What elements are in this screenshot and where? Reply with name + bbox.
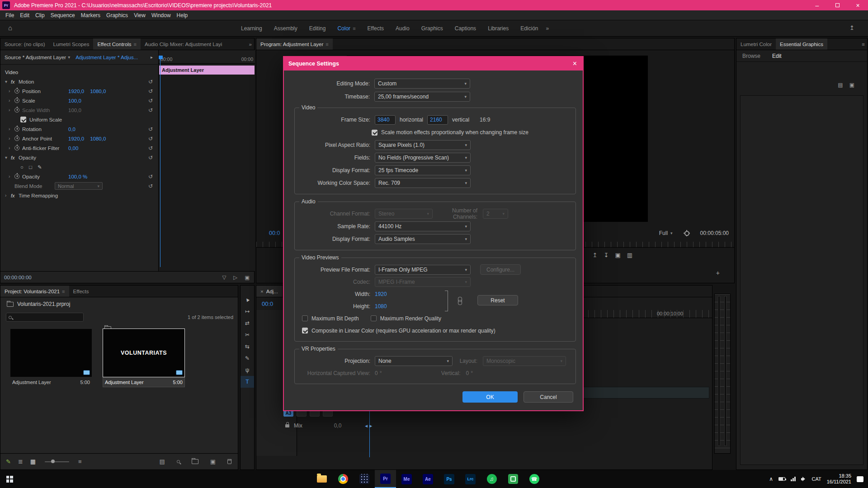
track-select-tool[interactable]: ↦	[241, 305, 254, 317]
minimize-button[interactable]: –	[807, 0, 827, 10]
notifications-icon[interactable]	[857, 476, 863, 482]
menu-view[interactable]: View	[134, 12, 146, 19]
workspace-libraries[interactable]: Libraries	[482, 20, 514, 37]
pen-tool[interactable]: ✎	[241, 352, 254, 364]
timebase-dropdown[interactable]: 25,00 frames/second ▾	[374, 92, 470, 102]
taskbar-file-explorer[interactable]	[311, 470, 332, 488]
chevron-right-icon[interactable]: ▸	[151, 55, 153, 60]
expand-icon[interactable]: ›	[9, 174, 14, 179]
taskbar-app-dark[interactable]	[354, 470, 375, 488]
panel-menu-icon[interactable]: ≡	[62, 289, 65, 294]
workspace-editing[interactable]: Editing	[303, 20, 332, 37]
workspace-captions[interactable]: Captions	[449, 20, 482, 37]
comparison-view-icon[interactable]: ▥	[627, 252, 632, 258]
mix-level-value[interactable]: 0,0	[334, 422, 342, 429]
icon-view-icon[interactable]: ▦	[30, 458, 36, 465]
reset-effect-icon[interactable]: ↺	[148, 79, 153, 85]
taskbar-premiere-pro[interactable]: Pr	[375, 470, 396, 488]
chevron-down-icon[interactable]: ▾	[68, 55, 70, 60]
pen-mask-icon[interactable]: ✎	[38, 164, 42, 170]
prev-keyframe-icon[interactable]: ◄	[364, 423, 368, 428]
taskbar-chrome[interactable]	[332, 470, 354, 488]
position-x-value[interactable]: 1920,0	[68, 89, 84, 94]
workspace-learning[interactable]: Learning	[235, 20, 268, 37]
opacity-value[interactable]: 100,0 %	[68, 174, 87, 179]
taskbar-media-encoder[interactable]: Me	[396, 470, 417, 488]
frame-height-input[interactable]	[427, 115, 448, 125]
workspace-assembly[interactable]: Assembly	[268, 20, 303, 37]
sequence-clip-link[interactable]: Adjustment Layer * Adjus...	[75, 55, 138, 60]
ok-button[interactable]: OK	[462, 391, 518, 403]
menu-markers[interactable]: Markers	[81, 12, 100, 19]
program-playhead-timecode[interactable]: 00:0	[269, 230, 280, 236]
anti-flicker-value[interactable]: 0,00	[68, 145, 78, 151]
menu-clip[interactable]: Clip	[35, 12, 45, 19]
timeline-playhead-timecode[interactable]: 00:0	[262, 300, 273, 307]
stopwatch-icon[interactable]	[14, 174, 19, 179]
tab-lumetri-scopes[interactable]: Lumetri Scopes	[49, 38, 93, 50]
project-search-box[interactable]	[6, 313, 84, 322]
extract-icon[interactable]: ↧	[604, 252, 609, 258]
export-frame-icon[interactable]: ▣	[615, 252, 620, 258]
preview-format-dropdown[interactable]: I-Frame Only MPEG ▾	[375, 265, 471, 275]
razor-tool[interactable]: ✂	[241, 329, 254, 341]
taskbar-whatsapp[interactable]: ☎	[524, 470, 545, 488]
position-y-value[interactable]: 1080,0	[90, 89, 106, 94]
edit-original-icon[interactable]: ✎	[6, 458, 11, 465]
project-item-selected[interactable]: VOLUNTARIATS Adjustment Layer 5:00	[103, 329, 184, 387]
program-zoom-select[interactable]: Full ▾	[659, 230, 673, 236]
selection-tool[interactable]: ▲	[241, 294, 254, 305]
workspace-graphics[interactable]: Graphics	[415, 20, 449, 37]
playhead-handle[interactable]	[159, 56, 163, 59]
panel-menu-icon[interactable]: ≡	[326, 42, 328, 47]
workspace-color[interactable]: Color≡	[331, 20, 361, 37]
rect-mask-icon[interactable]: □	[29, 164, 32, 170]
sample-rate-dropdown[interactable]: 44100 Hz ▾	[375, 221, 471, 231]
tab-program-monitor[interactable]: Program: Adjustment Layer≡	[256, 38, 333, 50]
reset-param-icon[interactable]: ↺	[148, 136, 153, 142]
workspace-edicion[interactable]: Edición	[514, 20, 544, 37]
ec-effect-time-remapping[interactable]: › fx Time Remapping	[0, 191, 158, 200]
reset-param-icon[interactable]: ↺	[148, 145, 153, 151]
tab-audio-clip-mixer[interactable]: Audio Clip Mixer: Adjustment Layi	[141, 38, 226, 50]
stopwatch-icon[interactable]	[14, 136, 19, 141]
battery-icon[interactable]	[778, 477, 785, 481]
settings-wrench-icon[interactable]	[684, 231, 689, 236]
subtab-browse[interactable]: Browse	[742, 53, 760, 59]
expand-icon[interactable]: ›	[9, 145, 14, 150]
panel-menu-icon[interactable]: ≡	[134, 42, 137, 47]
playhead-line[interactable]	[160, 59, 160, 267]
item-thumbnail[interactable]: VOLUNTARIATS	[103, 329, 184, 377]
menu-help[interactable]: Help	[177, 12, 188, 19]
lock-icon[interactable]	[285, 424, 289, 427]
reset-effect-icon[interactable]: ↺	[148, 155, 153, 161]
display-format-dropdown[interactable]: 25 fps Timecode ▾	[375, 165, 471, 175]
tab-lumetri-color[interactable]: Lumetri Color	[736, 38, 776, 50]
ec-effect-opacity[interactable]: ▾ fx Opacity ↺	[0, 153, 158, 162]
taskbar-clock[interactable]: 18:35 16/11/2021	[827, 473, 851, 485]
item-thumbnail[interactable]	[10, 329, 92, 377]
item-name[interactable]: Adjustment Layer	[105, 380, 144, 385]
scale-motion-checkbox[interactable]	[372, 130, 377, 136]
anchor-y-value[interactable]: 1080,0	[90, 136, 106, 141]
adjustment-layer-clip[interactable]: Adjustment Layer	[159, 66, 255, 75]
audio-display-format-dropdown[interactable]: Audio Samples ▾	[375, 234, 471, 244]
ripple-edit-tool[interactable]: ⇄	[241, 317, 254, 329]
tab-project[interactable]: Project: Voluntaris-2021≡	[0, 286, 69, 297]
volume-icon[interactable]	[801, 476, 807, 482]
expand-icon[interactable]: ›	[9, 98, 14, 103]
workspace-menu-icon[interactable]: ≡	[353, 26, 355, 31]
item-name[interactable]: Adjustment Layer	[12, 380, 51, 385]
link-dimensions-icon[interactable]	[458, 297, 462, 305]
taskbar-lightroom-classic[interactable]: Lrc	[460, 470, 481, 488]
pixel-aspect-dropdown[interactable]: Square Pixels (1.0) ▾	[375, 140, 471, 150]
source-clip-selector[interactable]: Source * Adjustment Layer	[5, 55, 66, 60]
reset-button[interactable]: Reset	[477, 295, 518, 305]
search-input[interactable]	[14, 314, 77, 320]
cancel-button[interactable]: Cancel	[524, 391, 573, 403]
reset-param-icon[interactable]: ↺	[148, 174, 153, 180]
close-button[interactable]: ×	[848, 0, 868, 10]
current-timecode[interactable]: 00:00:00:00	[4, 275, 32, 280]
new-group-icon[interactable]: ▣	[849, 82, 854, 88]
max-bit-depth-checkbox[interactable]	[302, 315, 308, 321]
